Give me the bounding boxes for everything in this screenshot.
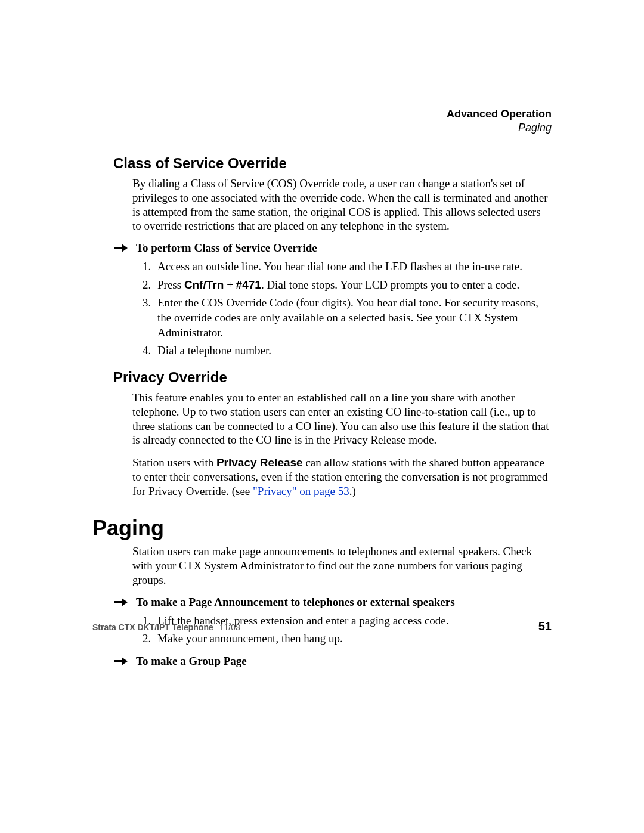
heading-privacy-override: Privacy Override — [113, 369, 552, 386]
paging-intro: Station users can make page announcement… — [132, 544, 552, 587]
list-item: Enter the COS Override Code (four digits… — [154, 296, 552, 340]
header-chapter: Advanced Operation — [447, 107, 552, 121]
button-label-privacy-release: Privacy Release — [216, 456, 303, 469]
content: Class of Service Override By dialing a C… — [92, 155, 552, 668]
privacy-p1: This feature enables you to enter an est… — [132, 391, 552, 447]
list-item: Access an outside line. You hear dial to… — [154, 259, 552, 274]
list-item: Press Cnf/Trn + #471. Dial tone stops. Y… — [154, 278, 552, 293]
page-footer: Strata CTX DKT/IPT Telephone11/03 51 — [92, 611, 552, 633]
procedure-title: To make a Group Page — [136, 655, 247, 668]
list-item: Make your announcement, then hang up. — [154, 631, 552, 646]
footer-doc-info: Strata CTX DKT/IPT Telephone11/03 — [92, 623, 240, 632]
procedure-heading-page-announcement: To make a Page Announcement to telephone… — [113, 596, 552, 609]
procedure-heading-cos: To perform Class of Service Override — [113, 241, 552, 255]
privacy-p2: Station users with Privacy Release can a… — [132, 456, 552, 498]
procedure-title: To perform Class of Service Override — [136, 241, 317, 255]
heading-cos-override: Class of Service Override — [113, 155, 552, 172]
page-number: 51 — [538, 620, 552, 633]
procedure-title: To make a Page Announcement to telephone… — [136, 596, 455, 609]
arrow-icon — [114, 598, 128, 606]
arrow-icon — [114, 244, 128, 252]
header-section: Paging — [447, 121, 552, 135]
procedure-heading-group-page: To make a Group Page — [113, 655, 552, 668]
arrow-icon — [114, 657, 128, 665]
heading-paging: Paging — [92, 516, 552, 541]
cos-intro: By dialing a Class of Service (COS) Over… — [132, 176, 552, 233]
dial-code: #471 — [236, 278, 261, 291]
list-item: Dial a telephone number. — [154, 343, 552, 358]
page: Advanced Operation Paging Class of Servi… — [0, 0, 644, 833]
button-label-cnftrn: Cnf/Trn — [184, 278, 224, 291]
running-header: Advanced Operation Paging — [447, 107, 552, 135]
cos-steps: Access an outside line. You hear dial to… — [137, 259, 552, 358]
link-privacy-page53[interactable]: "Privacy" on page 53 — [253, 485, 349, 497]
